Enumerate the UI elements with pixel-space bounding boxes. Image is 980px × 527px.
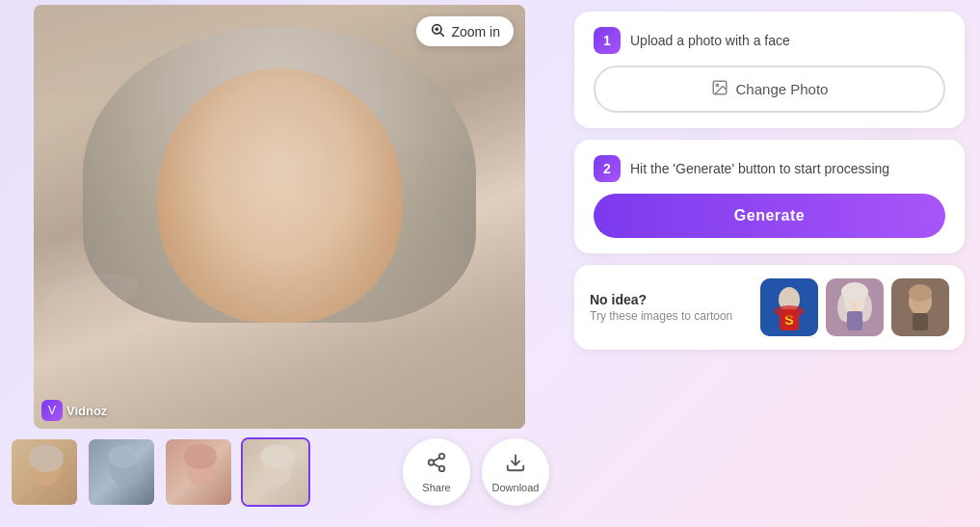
svg-line-5 bbox=[440, 33, 444, 37]
step2-number: 2 bbox=[594, 155, 621, 182]
left-panel: Zoom in V Vidnoz bbox=[0, 0, 559, 527]
share-button[interactable]: Share bbox=[403, 438, 470, 506]
search-icon bbox=[430, 22, 445, 40]
share-icon bbox=[426, 452, 447, 478]
svg-point-2 bbox=[40, 267, 142, 322]
step1-header: 1 Upload a photo with a face bbox=[594, 27, 945, 54]
sample-image-bald[interactable] bbox=[891, 278, 949, 336]
download-icon bbox=[505, 452, 526, 478]
step1-card: 1 Upload a photo with a face Change Phot… bbox=[574, 12, 965, 128]
share-label: Share bbox=[422, 482, 450, 493]
svg-point-18 bbox=[439, 465, 445, 471]
svg-point-9 bbox=[29, 445, 64, 472]
svg-rect-34 bbox=[847, 311, 862, 330]
generate-label: Generate bbox=[734, 207, 805, 224]
change-photo-button[interactable]: Change Photo bbox=[594, 66, 945, 113]
logo: V Vidnoz bbox=[41, 400, 107, 421]
svg-point-0 bbox=[64, 19, 235, 145]
svg-line-19 bbox=[434, 463, 439, 467]
no-idea-subtitle: Try these images to cartoon bbox=[590, 309, 732, 323]
svg-point-28 bbox=[774, 305, 805, 317]
svg-point-11 bbox=[108, 445, 139, 468]
step1-title: Upload a photo with a face bbox=[630, 33, 790, 48]
svg-point-23 bbox=[716, 84, 718, 86]
thumbnail-4[interactable] bbox=[241, 437, 310, 507]
svg-rect-38 bbox=[913, 313, 928, 330]
step2-title: Hit the 'Generate' button to start proce… bbox=[630, 161, 889, 176]
sample-images: S bbox=[760, 278, 949, 336]
svg-point-37 bbox=[909, 284, 932, 302]
no-idea-title: No idea? bbox=[590, 292, 732, 307]
logo-icon: V bbox=[41, 400, 63, 421]
thumbnails-row: Share Download bbox=[0, 429, 559, 515]
download-label: Download bbox=[492, 482, 540, 493]
svg-point-13 bbox=[184, 444, 217, 469]
logo-text: Vidnoz bbox=[66, 404, 107, 418]
thumbnail-2[interactable] bbox=[87, 437, 156, 507]
step2-header: 2 Hit the 'Generate' button to start pro… bbox=[594, 155, 945, 182]
no-idea-text: No idea? Try these images to cartoon bbox=[590, 292, 732, 323]
zoom-in-button[interactable]: Zoom in bbox=[416, 16, 514, 46]
svg-point-1 bbox=[356, 77, 482, 163]
action-buttons: Share Download bbox=[403, 438, 549, 506]
no-idea-card: No idea? Try these images to cartoon S bbox=[574, 265, 965, 350]
zoom-in-label: Zoom in bbox=[451, 24, 500, 40]
image-icon bbox=[711, 79, 728, 99]
step2-card: 2 Hit the 'Generate' button to start pro… bbox=[574, 140, 965, 253]
generate-button[interactable]: Generate bbox=[594, 194, 945, 238]
right-panel: 1 Upload a photo with a face Change Phot… bbox=[559, 0, 980, 527]
thumbnail-1[interactable] bbox=[10, 437, 79, 507]
svg-point-15 bbox=[260, 444, 295, 469]
svg-point-17 bbox=[429, 460, 435, 465]
sample-image-daenerys[interactable] bbox=[826, 278, 884, 336]
svg-point-3 bbox=[438, 284, 516, 400]
svg-point-16 bbox=[439, 453, 445, 459]
change-photo-label: Change Photo bbox=[736, 81, 829, 97]
download-button[interactable]: Download bbox=[482, 438, 549, 506]
thumbnail-3[interactable] bbox=[164, 437, 233, 507]
step1-number: 1 bbox=[594, 27, 621, 54]
main-image: Zoom in V Vidnoz bbox=[34, 5, 525, 429]
svg-line-20 bbox=[434, 457, 439, 461]
sample-image-superman[interactable]: S bbox=[760, 278, 818, 336]
